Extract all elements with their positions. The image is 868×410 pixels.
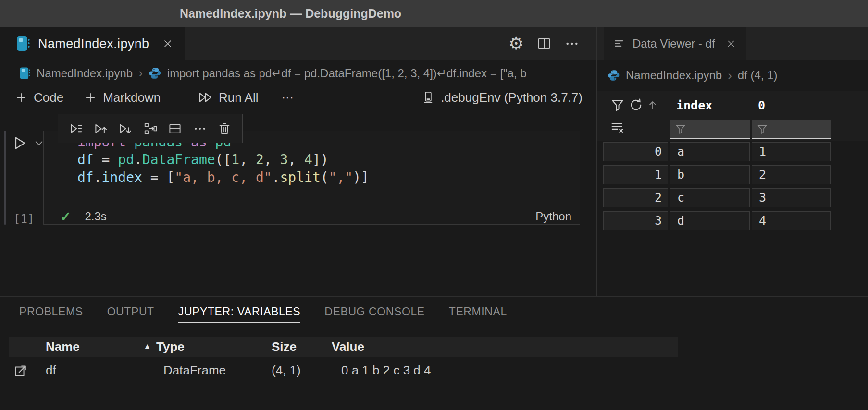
breadcrumb-cell-preview: import pandas as pd↵df = pd.DataFrame([1… (167, 67, 527, 80)
run-cell-button[interactable] (12, 134, 44, 152)
add-markdown-button[interactable]: Markdown (84, 90, 161, 105)
plus-icon (84, 91, 97, 104)
header-value[interactable]: Value (332, 337, 364, 357)
open-in-data-viewer-icon[interactable] (13, 362, 28, 378)
titlebar: NamedIndex.ipynb — DebuggingDemo (0, 0, 868, 27)
panel-tab-jupyter-variables[interactable]: JUPYTER: VARIABLES (178, 301, 301, 323)
editor-group: NamedIndex.ipynb ⚙ NamedIndex.ipynb › (0, 27, 596, 296)
code-line[interactable]: df = pd.DataFrame([1, 2, 3, 4]) (77, 151, 369, 169)
environment-icon (422, 90, 435, 105)
filter-input-0[interactable] (752, 120, 831, 139)
kernel-picker[interactable]: .debugEnv (Python 3.7.7) (422, 90, 583, 105)
delete-cell-icon[interactable] (217, 121, 232, 136)
column-header-0[interactable]: 0 (758, 96, 765, 115)
tab-data-viewer[interactable]: Data Viewer - df (604, 27, 746, 60)
panel-tabstrip: Data Viewer - df (597, 27, 868, 60)
cell-duration: 2.3s (85, 210, 106, 223)
data-viewer-icon (613, 37, 626, 50)
debug-cell-icon[interactable] (143, 121, 158, 136)
index-cell[interactable]: a (670, 142, 750, 161)
code-line[interactable]: df.index = ["a, b, c, d".split(",")] (77, 169, 369, 186)
execution-count: [1] (13, 212, 34, 226)
close-icon[interactable] (162, 38, 174, 49)
panel-tab-terminal[interactable]: TERMINAL (449, 301, 507, 323)
cell-language-picker[interactable]: Python (535, 210, 571, 223)
toolbar-divider (179, 90, 179, 105)
breadcrumb: NamedIndex.ipynb › import pandas as pd↵d… (0, 60, 596, 86)
sort-ascending-icon: ▲ (143, 337, 151, 357)
python-icon (149, 67, 161, 80)
header-name[interactable]: Name (46, 337, 80, 357)
cell-focus-bar (4, 131, 6, 225)
plus-icon (14, 91, 28, 104)
execute-above-icon[interactable] (94, 121, 108, 136)
run-all-icon (198, 90, 213, 105)
split-editor-icon[interactable] (536, 36, 552, 51)
data-viewer-content: index 0 0a11b22c33d4 (597, 91, 868, 296)
chevron-down-icon[interactable] (34, 138, 44, 148)
data-viewer-breadcrumb: NamedIndex.ipynb › df (4, 1) (597, 60, 868, 91)
filter-icon[interactable] (610, 98, 625, 112)
dataframe-grid: 0a11b22c33d4 (603, 142, 831, 230)
split-cell-icon[interactable] (168, 121, 182, 136)
tab-namedindex-ipynb[interactable]: NamedIndex.ipynb (0, 27, 185, 60)
column-header-index[interactable]: index (676, 96, 712, 115)
breadcrumb-separator: › (728, 68, 732, 83)
play-icon (12, 134, 29, 152)
add-code-button[interactable]: Code (14, 90, 63, 105)
index-cell[interactable]: b (670, 165, 750, 184)
notebook-more-button[interactable]: ⋯ (281, 90, 294, 105)
variable-value: 0 a 1 b 2 c 3 d 4 (341, 359, 431, 381)
value-cell[interactable]: 3 (752, 188, 831, 207)
breadcrumb-target[interactable]: df (4, 1) (738, 69, 778, 82)
code-cell[interactable]: import pandas as pddf = pd.DataFrame([1,… (43, 131, 580, 225)
header-type[interactable]: Type (156, 337, 185, 357)
variable-size: (4, 1) (272, 359, 301, 381)
notebook-toolbar: Code Markdown Run All ⋯ .debugEnv (Pytho… (0, 86, 596, 109)
refresh-icon[interactable] (629, 97, 644, 112)
value-cell[interactable]: 4 (752, 211, 831, 230)
run-all-button[interactable]: Run All (198, 90, 258, 105)
panel-tab-bar: PROBLEMSOUTPUTJUPYTER: VARIABLESDEBUG CO… (0, 297, 868, 323)
breadcrumb-file[interactable]: NamedIndex.ipynb (608, 69, 722, 82)
cell-toolbar (58, 114, 243, 143)
breadcrumb-file[interactable]: NamedIndex.ipynb (19, 66, 133, 80)
breadcrumb-cell[interactable]: import pandas as pd↵df = pd.DataFrame([1… (149, 67, 527, 80)
success-check-icon: ✓ (60, 209, 71, 225)
execute-below-icon[interactable] (118, 121, 133, 136)
value-cell[interactable]: 1 (752, 142, 831, 161)
notebook-editor: import pandas as pddf = pd.DataFrame([1,… (0, 109, 596, 296)
value-cell[interactable]: 2 (752, 165, 831, 184)
row-header-cell[interactable]: 0 (603, 142, 668, 161)
variable-row[interactable]: df DataFrame (4, 1) 0 a 1 b 2 c 3 d 4 (0, 359, 868, 381)
panel-tab-output[interactable]: OUTPUT (107, 301, 154, 323)
header-size[interactable]: Size (272, 337, 297, 357)
variables-table-header: Name ▲ Type Size Value (9, 337, 678, 357)
index-cell[interactable]: c (670, 188, 750, 207)
close-icon[interactable] (726, 38, 736, 49)
editor-actions: ⚙ (508, 27, 580, 60)
index-cell[interactable]: d (670, 211, 750, 230)
run-by-line-icon[interactable] (69, 121, 83, 136)
window-title: NamedIndex.ipynb — DebuggingDemo (180, 0, 401, 27)
tab-label: NamedIndex.ipynb (38, 36, 149, 51)
more-icon[interactable] (193, 121, 207, 136)
variable-type: DataFrame (163, 359, 226, 381)
filter-input-index[interactable] (670, 120, 750, 139)
panel-tab-debug-console[interactable]: DEBUG CONSOLE (324, 301, 424, 323)
python-icon (608, 69, 620, 82)
cell-status-bar: ✓ 2.3s Python (60, 209, 571, 224)
tab-label: Data Viewer - df (632, 37, 715, 50)
panel-tab-problems[interactable]: PROBLEMS (19, 301, 83, 323)
arrow-up-icon[interactable] (647, 99, 658, 111)
row-header-cell[interactable]: 2 (603, 188, 668, 207)
more-icon[interactable] (564, 36, 580, 51)
gear-icon[interactable]: ⚙ (508, 35, 524, 52)
data-viewer-panel: Data Viewer - df NamedIndex.ipynb › df (… (596, 27, 868, 296)
kernel-label: .debugEnv (Python 3.7.7) (441, 90, 583, 105)
clear-filter-icon[interactable] (610, 120, 625, 134)
variable-name: df (46, 359, 56, 381)
more-icon: ⋯ (281, 90, 294, 105)
row-header-cell[interactable]: 3 (603, 211, 668, 230)
row-header-cell[interactable]: 1 (603, 165, 668, 184)
